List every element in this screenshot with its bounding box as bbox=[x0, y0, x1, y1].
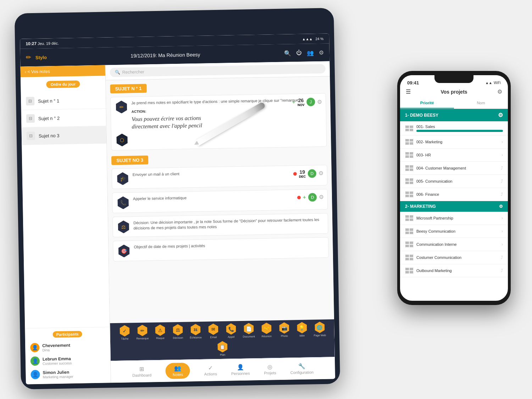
hex-decision[interactable]: ⚖ Décision bbox=[170, 324, 186, 340]
project-item-marketing[interactable]: 002- Marketing › bbox=[400, 135, 508, 149]
hex-risque[interactable]: ⚠ Risque bbox=[152, 325, 168, 340]
project-item-communication[interactable]: 005- Communication ⤴ bbox=[400, 175, 508, 188]
project-item-costumer[interactable]: Costumer Communication ⤴ bbox=[400, 251, 508, 264]
nav-power-icon[interactable]: ⏻ bbox=[296, 49, 302, 56]
group-1-label: 1- DEMO BEESY bbox=[405, 113, 438, 118]
note-card-1[interactable]: ✏ Je prend mes notes en spécifiant le ty… bbox=[110, 93, 327, 151]
sidebar-items: ⊟ Sujet n ° 1 ⊟ Sujet n ° 2 ⊟ Sujet no 3 bbox=[21, 91, 110, 328]
note-card-1-wrap: ✏ Je prend mes notes en spécifiant le ty… bbox=[115, 97, 322, 131]
phone-gear-icon[interactable]: ⚙ bbox=[497, 88, 502, 95]
group-2-gear[interactable]: ⚙ bbox=[499, 204, 503, 209]
note-card-4-wrap: ⚖ Décision: Une décision importante , je… bbox=[117, 217, 324, 233]
hex-icon-toolbar: ✓ Tâche ✏ Remarque ⚠ Risque ⚖ Décision bbox=[110, 319, 335, 361]
hex-tache[interactable]: ✓ Tâche bbox=[117, 325, 133, 341]
hex-echeance[interactable]: 31 Échéance bbox=[188, 324, 204, 340]
item-icon-2: ⊟ bbox=[26, 114, 35, 123]
hex-reunion-icon: 🤝 bbox=[261, 322, 272, 334]
meta-person: J bbox=[306, 98, 315, 106]
hex-pageweb-icon: 🌐 bbox=[314, 322, 326, 333]
hex-idee[interactable]: 💡 Idée bbox=[294, 322, 310, 338]
hamburger-icon[interactable]: ☰ bbox=[406, 88, 411, 95]
project-icon-finance bbox=[405, 191, 414, 198]
hex-remarque[interactable]: ✏ Remarque bbox=[134, 325, 150, 340]
participant-name-3: Simon Julien bbox=[43, 370, 73, 375]
meta-add-icon[interactable]: + bbox=[292, 99, 295, 105]
sidebar-item-2[interactable]: ⊟ Sujet n ° 2 bbox=[21, 109, 106, 127]
note-card-5[interactable]: 🎯 Objectif de date de mes projets | acti… bbox=[113, 237, 329, 262]
project-item-microsoft[interactable]: Microsoft Partnership › bbox=[400, 212, 508, 225]
project-item-sales[interactable]: 001- Sales bbox=[400, 121, 508, 135]
project-comm-interne-name: Communication Interne bbox=[416, 242, 499, 246]
nav-stylo-label[interactable]: Stylo bbox=[35, 55, 47, 60]
tab-notes[interactable]: 👥 Notes bbox=[165, 362, 190, 379]
project-item-customer[interactable]: 004- Customer Management ⤴ bbox=[400, 162, 508, 175]
group-1-gear[interactable]: ⚙ bbox=[498, 112, 503, 118]
project-item-outbound[interactable]: Outbound Marketing ⤴ bbox=[400, 264, 508, 277]
project-item-comm-interne[interactable]: Communication Interne › bbox=[400, 238, 508, 251]
hex-reunion[interactable]: 🤝 Réunion bbox=[259, 322, 275, 338]
project-outbound-share[interactable]: ⤴ bbox=[501, 268, 503, 273]
project-outbound-name: Outbound Marketing bbox=[416, 268, 498, 273]
sidebar-item-1[interactable]: ⊟ Sujet n ° 1 bbox=[21, 91, 106, 110]
sidebar-back-button[interactable]: ‹ < Vos notes bbox=[20, 65, 105, 77]
project-item-beesy-comm[interactable]: Beesy Communication › bbox=[400, 225, 508, 238]
phone-tab-nom[interactable]: Nom bbox=[454, 98, 508, 109]
hex-photo[interactable]: 📷 Photo bbox=[276, 322, 292, 338]
tab-personnes[interactable]: 👤 Personnes bbox=[231, 364, 250, 376]
sidebar-section-label: Ordre du jour bbox=[46, 81, 80, 88]
sidebar: ‹ < Vos notes Ordre du jour ⊟ Sujet n ° … bbox=[20, 65, 111, 384]
hex-email[interactable]: ✉ Email bbox=[205, 323, 221, 339]
tab-dashboard[interactable]: ⊞ Dashboard bbox=[132, 365, 151, 377]
meta-add-3[interactable]: + bbox=[303, 194, 306, 201]
status-signal: ▲▲▲ bbox=[302, 37, 313, 41]
hex-pageweb[interactable]: 🌐 Page Web bbox=[312, 322, 328, 338]
project-beesy-comm-name: Beesy Communication bbox=[416, 229, 499, 233]
tab-projets[interactable]: ◎ Projets bbox=[264, 363, 276, 375]
hex-plan-label: Plan bbox=[220, 353, 225, 356]
hex-echeance-label: Échéance bbox=[190, 336, 202, 339]
project-customer-name: 004- Customer Management bbox=[416, 166, 498, 170]
note-card-2[interactable]: 🎓 Envoyer un mail à un client 19 DEC D bbox=[111, 165, 327, 189]
project-item-hr[interactable]: 003- HR › bbox=[400, 149, 508, 162]
hex-tache-icon: ✓ bbox=[119, 325, 131, 337]
project-item-finance[interactable]: 006- Finance ⤴ bbox=[400, 188, 508, 201]
hex-plan[interactable]: 📋 Plan bbox=[215, 341, 231, 357]
participant-info-1: Chevenement Dina bbox=[42, 343, 70, 352]
hex-appel[interactable]: 📞 Appel bbox=[223, 323, 239, 339]
hex-echeance-icon: 31 bbox=[190, 324, 201, 336]
sidebar-item-3[interactable]: ⊟ Sujet no 3 bbox=[21, 126, 106, 145]
note-card-4[interactable]: ⚖ Décision: Une décision importante , je… bbox=[112, 213, 328, 238]
sidebar-section-wrap: Ordre du jour bbox=[21, 76, 106, 93]
note-card-3[interactable]: 📞 Appeler le service informatique + D ⚙ bbox=[112, 189, 328, 214]
nav-search-icon[interactable]: 🔍 bbox=[284, 50, 291, 56]
tab-configuration[interactable]: 🔧 Configuration bbox=[290, 362, 314, 375]
phone-tabs: Priorité Nom bbox=[400, 98, 508, 109]
nav-settings-icon[interactable]: ⚙ bbox=[319, 49, 324, 56]
tab-notes-icon: 👥 bbox=[174, 365, 181, 372]
meta-gear-icon[interactable]: ⚙ bbox=[317, 98, 322, 105]
project-icon-beesy-comm bbox=[405, 228, 414, 234]
subject-3-header: SUJET NO 3 bbox=[111, 155, 148, 165]
hex-document[interactable]: 📄 Document bbox=[241, 323, 257, 339]
phone-projects-list[interactable]: 1- DEMO BEESY ⚙ 001- Sales 002- Mar bbox=[400, 109, 508, 301]
hex-pageweb-label: Page Web bbox=[314, 334, 326, 337]
tab-actions[interactable]: ✓ Actions bbox=[204, 364, 217, 376]
project-customer-share[interactable]: ⤴ bbox=[501, 166, 503, 171]
back-chevron-icon: ‹ bbox=[25, 69, 26, 74]
phone-tab-priorite[interactable]: Priorité bbox=[400, 98, 454, 109]
nav-users-icon[interactable]: 👥 bbox=[307, 49, 314, 56]
note-hex-1: ✏ bbox=[115, 100, 128, 113]
project-costumer-share[interactable]: ⤴ bbox=[501, 255, 503, 260]
meta-gear-2[interactable]: ⚙ bbox=[318, 170, 323, 177]
phone-notch bbox=[434, 75, 473, 83]
notes-content[interactable]: SUJET N ° 1 ✏ Je prend mes notes en spéc… bbox=[106, 76, 334, 323]
phone-tab-nom-label: Nom bbox=[477, 101, 485, 105]
search-input-wrap[interactable]: 🔍 Rechercher bbox=[110, 64, 326, 77]
project-sales-bar bbox=[416, 130, 503, 132]
tablet-screen: 10:27 Jeu. 19 déc. ▲▲▲ 24 % ✏ Stylo 19/1… bbox=[20, 33, 335, 384]
project-finance-share[interactable]: ⤴ bbox=[501, 192, 503, 197]
nav-title: 19/12/2019: Ma Réunion Beesy bbox=[51, 50, 280, 60]
project-communication-share[interactable]: ⤴ bbox=[501, 179, 503, 184]
subject-1-header: SUJET N ° 1 bbox=[110, 84, 146, 93]
meta-gear-3[interactable]: ⚙ bbox=[319, 194, 324, 200]
